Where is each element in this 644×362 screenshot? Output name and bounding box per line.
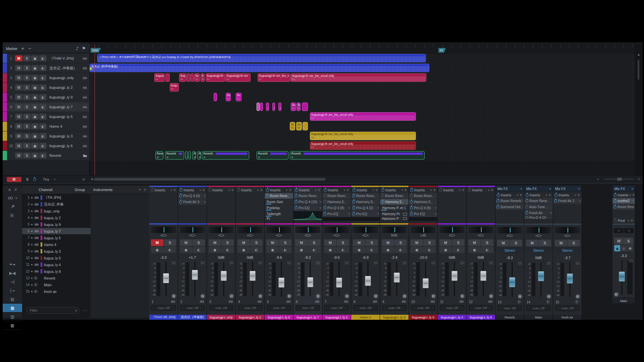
pan-control[interactable]: [439, 227, 465, 233]
record-button[interactable]: ●: [295, 247, 308, 253]
mixfx-header[interactable]: Mix FX▾: [524, 186, 553, 192]
solo-button[interactable]: S: [423, 239, 436, 246]
power-icon[interactable]: [294, 194, 298, 197]
visibility-dot[interactable]: [31, 257, 33, 259]
channels-view-icon[interactable]: ▦: [3, 304, 22, 312]
chevron-down-icon[interactable]: ▾: [430, 189, 432, 192]
track-record-button[interactable]: ●: [31, 94, 39, 100]
scroll-to-end-icon[interactable]: |→: [3, 286, 22, 295]
solo-button[interactable]: S: [164, 239, 176, 246]
insert-slot[interactable]: soothe2▾: [612, 198, 635, 204]
mixer-channel-row[interactable]: 8Hamo 4: [22, 241, 91, 248]
power-icon[interactable]: [352, 200, 355, 203]
chevron-down-icon[interactable]: ▾: [139, 188, 141, 191]
power-icon[interactable]: [323, 200, 326, 203]
track-header[interactable]: MS●◐Reverb: [3, 151, 89, 160]
track-mute-button[interactable]: M: [15, 84, 22, 90]
param-checkbox[interactable]: [403, 213, 407, 216]
insert-slot[interactable]: Room Reve..: [409, 193, 437, 199]
pan-control[interactable]: [382, 227, 407, 233]
insert-slot[interactable]: Room Reve..: [351, 193, 380, 199]
fader-track[interactable]: [307, 262, 314, 297]
add-insert-icon[interactable]: +: [202, 188, 205, 192]
track-solo-button[interactable]: S: [23, 143, 31, 149]
power-icon[interactable]: [381, 189, 384, 192]
track-solo-button[interactable]: S: [23, 133, 31, 139]
solo-button[interactable]: S: [624, 238, 633, 244]
track-header[interactable]: 6MS●◐liuguangji..ly 7: [3, 102, 89, 112]
eq-spectrum-thumbnail[interactable]: [293, 211, 322, 220]
insert-slot[interactable]: Pro-Q 4 (3)▾: [351, 205, 380, 211]
audio-event[interactable]: [185, 151, 188, 160]
chevron-down-icon[interactable]: ▾: [257, 189, 259, 192]
dual-pan-button[interactable]: [200, 294, 205, 299]
insert-slot[interactable]: Surround Del..: [495, 204, 524, 210]
mixer-channel-row[interactable]: 14Main: [22, 282, 91, 288]
automation-mode-button[interactable]: Auto: Off: [324, 305, 349, 311]
insert-slot[interactable]: Fresh Air▾: [524, 210, 553, 216]
power-icon[interactable]: [179, 194, 182, 197]
track-header[interactable]: 2MS●◐流光记..伴奏版): [3, 63, 89, 73]
add-insert-icon[interactable]: +: [375, 188, 378, 192]
automation-mode-button[interactable]: Auto: Off: [469, 305, 493, 311]
pan-control[interactable]: [295, 227, 320, 233]
mute-button[interactable]: M: [295, 239, 308, 246]
pan-control[interactable]: [324, 227, 349, 233]
inserts-header[interactable]: Inserts▾+: [236, 187, 264, 193]
stereo-mode-button[interactable]: Stereo: [555, 247, 580, 253]
track-header[interactable]: 5MS●◐liuguangji..ly 9: [3, 93, 89, 102]
power-icon[interactable]: [324, 189, 327, 192]
power-icon[interactable]: [208, 189, 211, 192]
dual-pan-button[interactable]: [614, 292, 619, 297]
dual-pan-button[interactable]: [518, 294, 523, 299]
mute-button[interactable]: M: [468, 239, 481, 246]
track-color-chip[interactable]: [3, 73, 7, 82]
power-icon[interactable]: [525, 216, 528, 219]
add-insert-icon[interactable]: +: [260, 188, 263, 192]
record-button[interactable]: ●: [180, 247, 192, 253]
automation-mode-button[interactable]: Auto: Off: [411, 305, 435, 311]
track-record-button[interactable]: ●: [31, 75, 39, 81]
audio-event[interactable]: liuquFx: [170, 83, 179, 92]
automation-mode-button[interactable]: Auto: Off: [440, 305, 464, 311]
clear-filter-icon[interactable]: ×: [75, 309, 77, 312]
insert-param-row[interactable]: Taillength: [265, 211, 293, 217]
scroll-right-icon[interactable]: ▸: [597, 177, 599, 181]
insert-slot[interactable]: Fresh Air 3▾: [178, 199, 207, 205]
param-slider[interactable]: [266, 210, 271, 210]
mute-button[interactable]: M: [151, 239, 163, 246]
setup-wrench-icon[interactable]: [3, 202, 22, 211]
record-button[interactable]: ●: [439, 247, 452, 253]
power-icon[interactable]: [525, 205, 528, 208]
scroll-left-icon[interactable]: ◀: [91, 177, 93, 181]
pan-control[interactable]: [266, 227, 291, 233]
automation-mode-button[interactable]: Auto: Off: [497, 305, 522, 311]
insert-slot[interactable]: Auto-Tune ..: [524, 204, 553, 210]
vertical-scrollbar-rail[interactable]: ▲: [635, 44, 643, 175]
power-icon[interactable]: [410, 200, 413, 203]
power-icon[interactable]: [352, 194, 355, 197]
mute-button[interactable]: M: [266, 239, 279, 246]
insert-slot[interactable]: Pro EQ▾: [293, 205, 322, 211]
power-icon[interactable]: [410, 194, 413, 197]
stereo-mode-button[interactable]: Stereo: [497, 247, 522, 253]
track-solo-button[interactable]: S: [23, 75, 31, 81]
marker-flag-icon[interactable]: ⚑: [82, 46, 86, 51]
mixfx-header[interactable]: Mix FX▾: [495, 186, 524, 192]
chevron-down-icon[interactable]: ▾: [633, 199, 634, 202]
mute-button[interactable]: M: [382, 239, 394, 246]
param-slider[interactable]: [381, 210, 387, 210]
track-color-chip[interactable]: [3, 151, 7, 160]
audio-event[interactable]: [257, 103, 260, 111]
track-height-select[interactable]: Tiny: [43, 177, 49, 181]
popout-icon[interactable]: ↗: [14, 188, 17, 192]
track-header[interactable]: 1MS●◐《THAI V..8Yo]: [3, 54, 89, 63]
track-mute-button[interactable]: M: [15, 55, 22, 61]
automation-mode-button[interactable]: Auto: Off: [296, 305, 320, 311]
audio-event[interactable]: [214, 93, 217, 101]
insert-slot[interactable]: Room Reve..: [322, 193, 351, 199]
chevron-down-icon[interactable]: ▾: [204, 200, 206, 203]
track-header[interactable]: 7MS●◐liuguangji..ly 5: [3, 112, 89, 121]
pan-control[interactable]: [180, 227, 205, 233]
track-record-button[interactable]: ●: [31, 153, 39, 159]
